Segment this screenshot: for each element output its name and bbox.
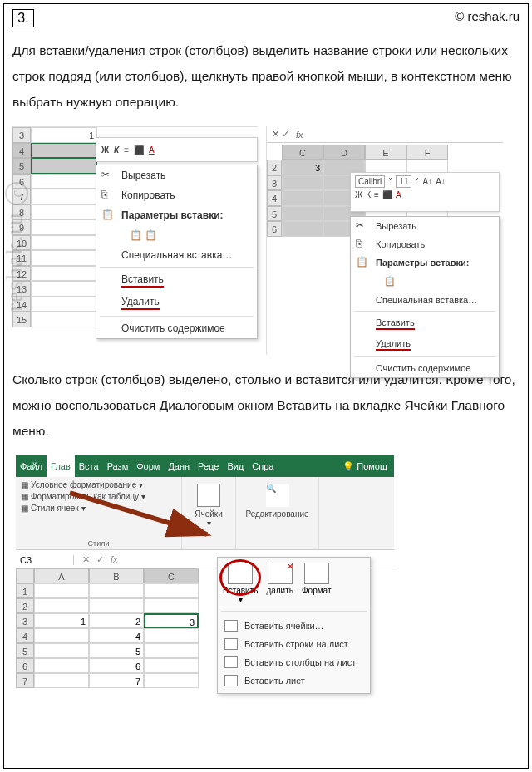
- ctx-clear[interactable]: Очистить содержимое: [96, 318, 257, 338]
- cell[interactable]: [31, 312, 97, 327]
- insert-dropdown-button[interactable]: Вставить▾: [223, 563, 258, 604]
- cell[interactable]: [144, 628, 199, 643]
- row-header[interactable]: 1: [16, 583, 34, 598]
- cell[interactable]: [144, 673, 199, 688]
- paste-icon[interactable]: 📋: [145, 229, 157, 241]
- cell[interactable]: 5: [89, 643, 144, 658]
- ctx-delete[interactable]: Удалить: [351, 334, 499, 355]
- chevron-down-icon[interactable]: ˅: [415, 177, 419, 186]
- cell[interactable]: [144, 598, 199, 613]
- fill-color-icon[interactable]: ⬛: [382, 190, 392, 199]
- cell[interactable]: [89, 583, 144, 598]
- row-header[interactable]: 3: [16, 613, 34, 628]
- italic-button[interactable]: К: [366, 190, 371, 199]
- cell[interactable]: [31, 189, 97, 204]
- cell-selected[interactable]: 3: [282, 160, 323, 175]
- row-header-selected[interactable]: 5: [12, 158, 31, 174]
- ctx-clear[interactable]: Очистить содержимое: [351, 359, 499, 377]
- cell[interactable]: [31, 281, 97, 297]
- decrease-font-icon[interactable]: A↓: [436, 177, 446, 186]
- cell-selected[interactable]: [282, 206, 323, 222]
- tab-home[interactable]: Глав: [47, 455, 75, 477]
- row-header[interactable]: 5: [16, 643, 34, 658]
- cell[interactable]: [34, 658, 89, 673]
- paste-icon[interactable]: 📋: [384, 276, 396, 287]
- ctx-paste-icons[interactable]: 📋: [351, 272, 499, 291]
- ctx-copy[interactable]: ⎘Копировать: [96, 185, 257, 205]
- row-header[interactable]: 4: [16, 628, 34, 643]
- chevron-down-icon[interactable]: ˅: [388, 177, 392, 186]
- tab-file[interactable]: Файл: [16, 455, 47, 477]
- cancel-icon[interactable]: ✕: [82, 554, 90, 565]
- cell[interactable]: [144, 658, 199, 673]
- row-header[interactable]: 7: [16, 673, 34, 688]
- ctx-paste-special[interactable]: Специальная вставка…: [96, 245, 257, 265]
- ctx-cut[interactable]: ✂Вырезать: [351, 217, 499, 235]
- font-color-icon[interactable]: А: [396, 190, 401, 199]
- ctx-paste-special[interactable]: Специальная вставка…: [351, 291, 499, 309]
- select-all-corner[interactable]: [16, 568, 34, 583]
- row-header-selected[interactable]: 4: [12, 143, 31, 159]
- col-header-selected[interactable]: C: [282, 145, 323, 160]
- col-header[interactable]: A: [34, 568, 89, 583]
- mini-toolbar[interactable]: Calibri˅ 11˅ A↑A↓ Ж К ≡ ⬛ А: [350, 172, 500, 212]
- insert-cols-item[interactable]: Вставить столбцы на лист: [218, 653, 370, 671]
- tab-view[interactable]: Вид: [223, 455, 248, 477]
- col-header[interactable]: F: [406, 145, 448, 160]
- insert-sheet-item[interactable]: Вставить лист: [218, 671, 370, 690]
- bold-button[interactable]: Ж: [355, 190, 362, 199]
- fontsize-dropdown[interactable]: 11: [396, 175, 411, 188]
- ctx-insert[interactable]: Вставить: [96, 269, 257, 292]
- cell-styles-button[interactable]: ▦Стили ячеек ▾: [21, 504, 176, 513]
- cell[interactable]: 2: [89, 613, 144, 628]
- tab-layout[interactable]: Разм: [103, 455, 133, 477]
- row-header[interactable]: 5: [267, 206, 282, 222]
- row-header[interactable]: 3: [12, 127, 31, 143]
- tab-review[interactable]: Реце: [194, 455, 223, 477]
- cell-selected[interactable]: [282, 221, 323, 237]
- row-header[interactable]: 2: [267, 160, 282, 175]
- increase-font-icon[interactable]: A↑: [422, 177, 432, 186]
- tab-data[interactable]: Данн: [164, 455, 194, 477]
- editing-button[interactable]: 🔍 Редактирование: [241, 480, 313, 522]
- cell[interactable]: [31, 250, 97, 266]
- row-header[interactable]: 6: [16, 658, 34, 673]
- ctx-insert[interactable]: Вставить: [351, 313, 499, 334]
- cell[interactable]: [31, 235, 97, 251]
- ctx-paste-icons[interactable]: 📋 📋: [96, 225, 257, 245]
- cell[interactable]: [34, 643, 89, 658]
- cell[interactable]: [144, 583, 199, 598]
- tab-help[interactable]: Спра: [248, 455, 278, 477]
- tab-formulas[interactable]: Форм: [132, 455, 164, 477]
- insert-cells-item[interactable]: Вставить ячейки…: [218, 617, 370, 635]
- cell[interactable]: [31, 174, 97, 189]
- paste-icon[interactable]: 📋: [130, 229, 142, 241]
- cell[interactable]: 1: [34, 613, 89, 628]
- cell[interactable]: [34, 583, 89, 598]
- fx-icon[interactable]: fx: [289, 130, 303, 140]
- cell[interactable]: [31, 204, 97, 220]
- cond-format-button[interactable]: ▦Условное форматирование ▾: [21, 480, 176, 489]
- cell-selected[interactable]: [282, 175, 323, 191]
- cell[interactable]: 4: [89, 628, 144, 643]
- ctx-cut[interactable]: ✂Вырезать: [96, 165, 257, 185]
- row-header[interactable]: 4: [267, 190, 282, 206]
- delete-dropdown-button[interactable]: ✕далить: [266, 563, 293, 595]
- col-header[interactable]: E: [365, 145, 406, 160]
- cell-selected[interactable]: 3: [144, 613, 199, 628]
- formula-bar[interactable]: ✕ ✓fx: [267, 126, 503, 143]
- cell[interactable]: [89, 598, 144, 613]
- cell-selected[interactable]: [31, 143, 97, 159]
- fx-icon[interactable]: fx: [111, 554, 118, 565]
- cell[interactable]: [31, 266, 97, 282]
- fill-color-icon[interactable]: ⬛: [134, 145, 144, 155]
- cell[interactable]: [31, 219, 97, 235]
- cell-selected[interactable]: [282, 190, 323, 206]
- enter-icon[interactable]: ✓: [96, 554, 104, 565]
- align-icon[interactable]: ≡: [124, 145, 129, 155]
- cell[interactable]: [34, 598, 89, 613]
- cells-button[interactable]: Ячейки▾: [187, 480, 230, 531]
- cell[interactable]: [144, 643, 199, 658]
- col-header[interactable]: B: [89, 568, 144, 583]
- mini-toolbar[interactable]: Ж К ≡ ⬛ А: [96, 137, 258, 162]
